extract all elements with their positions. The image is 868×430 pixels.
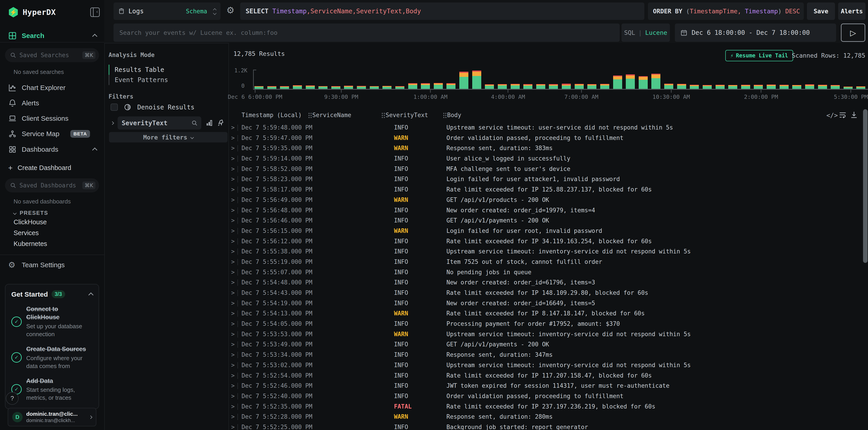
save-button[interactable]: Save (807, 2, 835, 20)
histogram-bar[interactable] (549, 84, 558, 89)
histogram-bar[interactable] (370, 86, 379, 89)
query-language-toggle[interactable]: SQL | Lucene (621, 24, 670, 42)
histogram-bar[interactable] (587, 84, 596, 89)
denoise-checkbox[interactable] (111, 104, 118, 111)
column-header-servicename[interactable]: ServiceName (308, 112, 351, 119)
get-started-item[interactable]: Add Data Start sending logs, metrics, or… (11, 377, 93, 402)
sidebar-collapse-icon[interactable] (90, 7, 100, 17)
expand-row-icon[interactable]: > (231, 246, 235, 257)
expand-row-icon[interactable]: > (231, 174, 235, 185)
histogram-bar[interactable] (780, 85, 788, 89)
log-row[interactable]: >Dec 7 5:53:34.000 PMINFOResponse sent, … (229, 350, 863, 360)
histogram-bar[interactable] (754, 85, 763, 89)
log-row[interactable]: >Dec 7 5:53:02.000 PMINFOUpstream servic… (229, 360, 863, 370)
histogram-bar[interactable] (767, 85, 776, 89)
sidebar-item-service-map[interactable]: Service Map BETA (0, 128, 104, 140)
histogram-bar[interactable] (293, 85, 302, 89)
histogram-bar[interactable] (280, 86, 289, 89)
column-header-severitytext[interactable]: SeverityText (382, 112, 428, 119)
chevron-up-icon[interactable] (88, 292, 94, 298)
log-row[interactable]: >Dec 7 5:58:52.000 PMINFOMFA challenge s… (229, 164, 863, 174)
expand-row-icon[interactable]: > (231, 370, 235, 381)
severity-filter-search[interactable]: SeverityText (118, 117, 201, 130)
histogram-bar[interactable] (421, 83, 430, 89)
expand-row-icon[interactable]: > (231, 422, 235, 430)
histogram-bar[interactable] (600, 84, 609, 89)
expand-row-icon[interactable]: > (231, 319, 235, 329)
histogram-bar[interactable] (613, 75, 622, 89)
histogram-bar[interactable] (344, 86, 353, 89)
expand-row-icon[interactable]: > (231, 143, 235, 154)
histogram-bar[interactable] (575, 84, 584, 89)
saved-dashboards-input[interactable]: Saved Dashboards ⌘K (5, 178, 99, 192)
histogram-bar[interactable] (498, 84, 507, 89)
log-row[interactable]: >Dec 7 5:58:23.000 PMINFOLogin failed fo… (229, 174, 863, 185)
log-row[interactable]: >Dec 7 5:54:05.000 PMINFOProcessing paym… (229, 319, 863, 329)
preset-kubernetes[interactable]: Kubernetes (13, 240, 47, 247)
log-row[interactable]: >Dec 7 5:54:43.000 PMINFORate limit exce… (229, 288, 863, 298)
histogram-bar[interactable] (856, 86, 865, 89)
histogram-bar[interactable] (254, 86, 264, 89)
histogram-bar[interactable] (639, 76, 648, 89)
drag-handle-icon[interactable] (443, 113, 444, 114)
expand-row-icon[interactable]: > (231, 164, 235, 174)
order-by-input[interactable]: ORDER BY (TimestampTime, Timestamp) DESC (648, 2, 804, 20)
user-profile-card[interactable]: D dominic.tran@clic... dominic.tran@clic… (8, 408, 96, 426)
text-wrap-icon[interactable] (839, 111, 847, 119)
log-row[interactable]: >Dec 7 5:56:15.000 PMWARNLogin failed fo… (229, 226, 863, 236)
pin-icon[interactable] (217, 119, 225, 127)
chevron-right-icon[interactable] (111, 121, 114, 125)
histogram-bar[interactable] (690, 85, 699, 89)
time-range-picker[interactable]: 1 Dec 6 18:00:00 - Dec 7 18:00:00 (675, 24, 836, 42)
expand-row-icon[interactable]: > (231, 154, 235, 164)
log-row[interactable]: >Dec 7 5:52:46.000 PMINFOJWT token expir… (229, 381, 863, 391)
expand-row-icon[interactable]: > (231, 339, 235, 350)
histogram-bar[interactable] (562, 84, 571, 89)
histogram-bar[interactable] (511, 84, 520, 89)
histogram-bar[interactable] (395, 86, 404, 89)
histogram-bar[interactable] (728, 85, 737, 89)
histogram-bar[interactable] (664, 84, 673, 89)
expand-row-icon[interactable]: > (231, 360, 235, 370)
histogram-bar[interactable] (485, 84, 494, 89)
get-started-item[interactable]: Create Data Sources Configure where your… (11, 345, 93, 370)
create-dashboard-button[interactable]: + Create Dashboard (0, 162, 104, 173)
presets-toggle[interactable]: PRESETS (13, 210, 48, 216)
log-row[interactable]: >Dec 7 5:59:48.000 PMINFOUpstream servic… (229, 123, 863, 133)
log-row[interactable]: >Dec 7 5:54:48.000 PMINFONew order creat… (229, 277, 863, 288)
histogram-bar[interactable] (318, 86, 328, 89)
mode-event-patterns[interactable]: Event Patterns (115, 75, 168, 85)
expand-row-icon[interactable]: > (231, 350, 235, 360)
drag-handle-icon[interactable] (308, 113, 310, 114)
log-row[interactable]: >Dec 7 5:55:38.000 PMINFOUpstream servic… (229, 246, 863, 257)
drag-handle-icon[interactable] (382, 113, 383, 114)
bar-chart-icon[interactable] (205, 119, 213, 127)
help-button[interactable]: ? (6, 392, 19, 405)
histogram-bar[interactable] (805, 84, 814, 89)
histogram-bar[interactable] (459, 72, 468, 89)
log-row[interactable]: >Dec 7 5:56:12.000 PMINFORate limit exce… (229, 236, 863, 246)
column-header-timestamp[interactable]: Timestamp (Local) (242, 112, 302, 119)
expand-row-icon[interactable]: > (231, 401, 235, 412)
more-filters-button[interactable]: More filters (109, 132, 227, 142)
expand-row-icon[interactable]: > (231, 123, 235, 133)
vertical-scrollbar[interactable] (863, 109, 868, 263)
log-row[interactable]: >Dec 7 5:55:19.000 PMINFOItem 7525 out o… (229, 257, 863, 267)
histogram-bar[interactable] (382, 86, 392, 89)
sidebar-item-chart-explorer[interactable]: Chart Explorer (0, 82, 104, 94)
log-row[interactable]: >Dec 7 5:52:25.000 PMINFOBackground job … (229, 422, 863, 430)
log-row[interactable]: >Dec 7 5:59:47.000 PMWARNOrder validatio… (229, 133, 863, 143)
log-row[interactable]: >Dec 7 5:59:35.000 PMWARNResponse sent, … (229, 143, 863, 154)
log-row[interactable]: >Dec 7 5:56:46.000 PMINFOGET /api/v1/pay… (229, 216, 863, 226)
sidebar-item-client-sessions[interactable]: Client Sessions (0, 112, 104, 124)
source-settings-gear-icon[interactable] (226, 5, 235, 15)
preset-services[interactable]: Services (13, 229, 39, 237)
histogram-bar[interactable] (844, 87, 852, 89)
histogram-bar[interactable] (792, 85, 801, 89)
sidebar-item-team-settings[interactable]: ⚙ Team Settings (0, 259, 104, 271)
column-header-body[interactable]: Body (443, 112, 461, 119)
expand-row-icon[interactable]: > (231, 185, 235, 195)
mode-results-table[interactable]: Results Table (115, 65, 164, 75)
expand-row-icon[interactable]: > (231, 308, 235, 319)
log-row[interactable]: >Dec 7 5:58:17.000 PMINFORate limit exce… (229, 185, 863, 195)
